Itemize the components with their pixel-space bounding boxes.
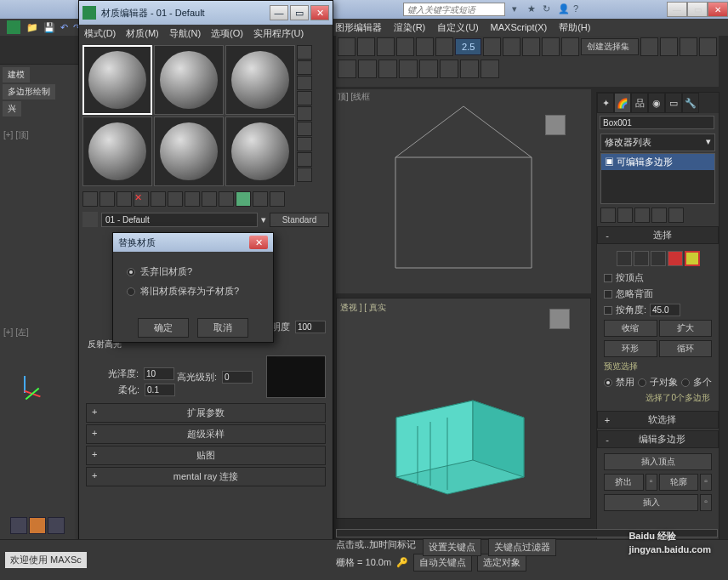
selected-object-combo[interactable]: 选定对象 [477, 554, 526, 571]
assign-icon[interactable] [117, 191, 132, 207]
tb2-8[interactable] [481, 60, 499, 78]
ring-button[interactable]: 环形 [604, 340, 657, 357]
tab-poly-draw[interactable]: 多边形绘制 [3, 84, 55, 100]
material-slot-5[interactable] [154, 117, 224, 186]
insert-vertex-button[interactable]: 插入顶点 [604, 453, 712, 470]
rollout-maps[interactable]: +贴图 [86, 446, 326, 465]
move-icon[interactable] [416, 37, 434, 56]
grow-button[interactable]: 扩大 [659, 320, 713, 337]
preview-sub-radio[interactable] [638, 378, 646, 387]
tb2-5[interactable] [419, 60, 438, 78]
gloss-spinner[interactable] [144, 367, 174, 380]
user-icon[interactable]: 👤 [558, 3, 570, 15]
mat-menu-mode[interactable]: 模式(D) [84, 27, 116, 40]
preview-multi-radio[interactable] [681, 378, 690, 387]
extrude-settings-button[interactable]: ▫ [646, 474, 657, 491]
material-slot-2[interactable] [154, 45, 224, 115]
get-material-icon[interactable] [82, 191, 98, 207]
mat-id-icon[interactable] [202, 191, 217, 207]
dialog-close-button[interactable]: ✕ [249, 236, 268, 249]
mat-minimize-button[interactable]: — [270, 5, 288, 20]
unique-icon[interactable] [634, 208, 650, 223]
sync-icon[interactable]: ↻ [543, 3, 555, 15]
element-mode-icon[interactable] [685, 251, 700, 266]
mirror-icon[interactable] [640, 37, 658, 56]
mat-menu-utilities[interactable]: 实用程序(U) [253, 27, 304, 40]
viewcube-icon[interactable] [545, 115, 566, 135]
star-icon[interactable]: ★ [527, 3, 539, 15]
time-tag-label[interactable]: 点击或..加时间标记 [336, 538, 416, 556]
auto-key-button[interactable]: 自动关键点 [413, 554, 472, 571]
opacity-spinner[interactable] [295, 321, 326, 333]
border-mode-icon[interactable] [651, 251, 666, 266]
material-slot-4[interactable] [82, 117, 152, 186]
maximize-button[interactable]: ▭ [687, 2, 708, 17]
angle-snap-value[interactable]: 2.5 [455, 38, 481, 55]
link-icon[interactable] [338, 37, 355, 56]
timeline-slider[interactable] [336, 529, 718, 537]
tb2-4[interactable] [399, 60, 418, 78]
file-icon[interactable]: 📁 [26, 22, 38, 33]
menu-help[interactable]: 帮助(H) [559, 21, 590, 34]
snap-icon[interactable] [503, 37, 520, 56]
modifier-stack[interactable]: ▣ 可编辑多边形 [600, 153, 715, 204]
go-sibling-icon[interactable] [270, 191, 285, 207]
keep-as-sub-radio[interactable] [127, 287, 135, 296]
viewport-wireframe[interactable]: 顶] [线框 [336, 89, 591, 293]
edge-mode-icon[interactable] [634, 251, 649, 266]
by-vertex-checkbox[interactable] [604, 274, 612, 282]
align-icon[interactable] [660, 37, 678, 56]
app-icon[interactable] [7, 20, 20, 34]
set-key-button[interactable]: 设置关键点 [423, 538, 481, 556]
backlight-icon[interactable] [297, 60, 312, 75]
vp-label-top[interactable]: [+] [顶] [0, 126, 81, 145]
name-dropdown-icon[interactable]: ▾ [261, 214, 266, 225]
help-icon[interactable]: ? [573, 3, 585, 15]
unique-mat-icon[interactable] [168, 191, 183, 207]
reset-icon[interactable]: ✕ [134, 191, 149, 207]
selection-set-combo[interactable]: 创建选择集 [581, 38, 638, 55]
curve-editor-icon[interactable] [699, 37, 717, 56]
key-icon[interactable]: 🔑 [396, 557, 408, 568]
tb2-7[interactable] [460, 60, 479, 78]
rotate-icon[interactable] [435, 37, 453, 56]
menu-render[interactable]: 渲染(R) [394, 21, 425, 34]
preview-off-radio[interactable] [604, 378, 612, 387]
vertex-mode-icon[interactable] [617, 251, 632, 266]
mat-menu-material[interactable]: 材质(M) [126, 27, 159, 40]
loop-button[interactable]: 循环 [659, 340, 713, 357]
eyedropper-icon[interactable] [82, 212, 98, 227]
mat-menu-options[interactable]: 选项(O) [211, 27, 243, 40]
viewport-perspective[interactable]: 透视 ] [ 真实 [336, 298, 591, 519]
material-slot-6[interactable] [225, 117, 295, 186]
insert-settings-button[interactable]: ▫ [700, 494, 712, 511]
bind-icon[interactable] [377, 37, 395, 56]
vp-label-left[interactable]: [+] [左] [0, 323, 81, 342]
tab-extra[interactable]: 兴 [3, 101, 21, 117]
rollout-extended-params[interactable]: +扩展参数 [86, 403, 326, 423]
minimize-button[interactable]: — [667, 2, 687, 17]
material-slot-1[interactable] [82, 45, 152, 115]
tb2-6[interactable] [440, 60, 458, 78]
uv-tile-icon[interactable] [297, 91, 312, 105]
soften-spinner[interactable] [145, 384, 175, 396]
extrude-button[interactable]: 挤出 [604, 474, 644, 491]
layers-icon[interactable] [680, 37, 697, 56]
hierarchy-tab-icon[interactable]: 品 [631, 93, 648, 113]
material-slot-3[interactable] [225, 45, 295, 115]
iso-icon-2[interactable] [29, 517, 46, 534]
iso-icon[interactable] [10, 517, 27, 534]
object-name-input[interactable] [600, 116, 714, 129]
mat-close-button[interactable]: ✕ [310, 5, 329, 20]
create-tab-icon[interactable]: ✦ [597, 93, 614, 113]
snap2-icon[interactable] [522, 37, 540, 56]
undo-icon[interactable]: ↶ [60, 22, 68, 33]
remove-mod-icon[interactable] [651, 208, 667, 223]
mat-maximize-button[interactable]: ▭ [290, 5, 309, 20]
scale-icon[interactable] [483, 37, 501, 56]
display-tab-icon[interactable]: ▭ [665, 93, 682, 113]
put-lib-icon[interactable] [185, 191, 200, 207]
put-to-scene-icon[interactable] [100, 191, 115, 207]
rollout-selection[interactable]: -选择 [597, 226, 719, 244]
dropdown-icon[interactable]: ▾ [512, 3, 524, 15]
